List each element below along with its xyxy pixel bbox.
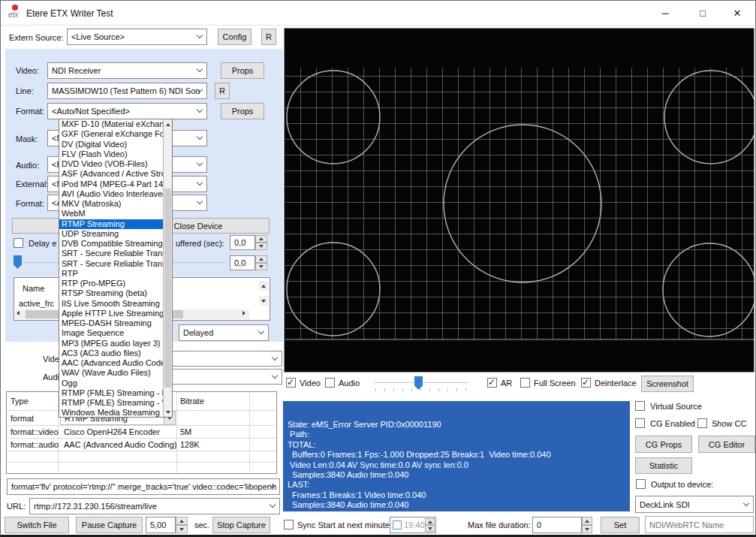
table-cell[interactable]: format: [11, 414, 34, 423]
maximize-button[interactable]: □: [685, 1, 720, 26]
format-option[interactable]: Windows Media Streaming: [59, 408, 163, 417]
format-option[interactable]: RTMP Streaming: [59, 219, 163, 229]
format-option[interactable]: iPod MP4 (MPEG-4 Part 14): [59, 180, 163, 189]
delayed-select[interactable]: Delayed: [179, 324, 269, 341]
spin-up-icon[interactable]: [255, 255, 267, 263]
buffered-value-field[interactable]: 0,0: [230, 235, 255, 250]
format-option[interactable]: AVI (Audio Video Interleaved: [59, 189, 163, 199]
format-option[interactable]: DV (Digital Video): [59, 140, 163, 149]
format-option[interactable]: AC3 (AC3 audio files): [59, 348, 163, 358]
show-cc-checkbox[interactable]: [697, 418, 707, 428]
format-option[interactable]: WebM: [59, 209, 163, 219]
time-checkbox[interactable]: [393, 520, 402, 529]
tracks-row[interactable]: active_frc: [19, 299, 54, 308]
scroll-left-icon[interactable]: [16, 312, 20, 315]
format-option[interactable]: MKV (Matroska): [59, 199, 163, 209]
spin-up-icon[interactable]: [176, 517, 188, 525]
format-option[interactable]: WAV (Wave Audio Files): [59, 368, 163, 378]
format-option[interactable]: RTSP Streaming (beta): [59, 288, 163, 298]
scroll-up-icon[interactable]: [164, 119, 172, 129]
sync-start-checkbox[interactable]: [284, 520, 294, 529]
close-button[interactable]: ✕: [720, 1, 754, 26]
spin-up-icon[interactable]: [425, 518, 435, 525]
minimize-button[interactable]: ─: [648, 1, 682, 26]
delay-checkbox[interactable]: [14, 238, 23, 248]
format-option[interactable]: SRT - Secure Reliable Trans: [59, 249, 163, 258]
format-option[interactable]: RTP (Pro-MPEG): [59, 279, 163, 288]
format-option[interactable]: MP3 (MPEG audio layer 3): [59, 339, 163, 348]
interval-spinner[interactable]: [176, 517, 188, 533]
fullscreen-checkbox[interactable]: [520, 378, 530, 388]
table-cell[interactable]: AAC (Advanced Audio Coding): [64, 440, 176, 449]
line-r-button[interactable]: R: [215, 83, 230, 99]
device-select[interactable]: DeckLink SDI: [635, 496, 754, 513]
format-option[interactable]: AAC (Advanced Audio Codec: [59, 358, 163, 368]
format-option[interactable]: IIS Live Smooth Streaming: [59, 299, 163, 309]
scrollbar-thumb[interactable]: [164, 189, 171, 388]
format-option[interactable]: SRT - Secure Reliable Trans: [59, 259, 163, 269]
stop-capture-button[interactable]: Stop Capture: [212, 517, 270, 533]
video-preview[interactable]: [284, 28, 754, 373]
scroll-up-icon[interactable]: [259, 281, 268, 291]
format-option[interactable]: Image Sequence: [59, 328, 163, 338]
format-option[interactable]: MXF D-10 (Material eXchang: [59, 119, 163, 129]
interval-value-field[interactable]: 5,00: [146, 517, 176, 533]
screenshot-button[interactable]: Screenshot: [641, 376, 694, 392]
ndi-name-input[interactable]: [645, 516, 754, 533]
time-picker[interactable]: 19:40:4: [390, 517, 436, 533]
format-option[interactable]: GXF (General eXchange For: [59, 129, 163, 139]
scroll-down-icon[interactable]: [164, 407, 172, 417]
format-option[interactable]: RTMP (FMLE) Streaming - VI: [59, 398, 163, 408]
dropdown-scrollbar[interactable]: [163, 119, 172, 417]
video-props-button[interactable]: Props: [221, 62, 264, 79]
ar-checkbox[interactable]: [487, 378, 497, 388]
scroll-down-icon[interactable]: [259, 296, 268, 306]
line-select[interactable]: MASSIMOW10 (Test Pattern 6) NDI Sou: [47, 83, 207, 99]
tracks-vscrollbar[interactable]: [259, 281, 268, 306]
spin-down-icon[interactable]: [582, 525, 592, 533]
format-option[interactable]: Apple HTTP Live Streaming: [59, 309, 163, 318]
audio-checkbox[interactable]: [325, 378, 335, 388]
virtual-source-checkbox[interactable]: [635, 401, 645, 411]
extern-source-select[interactable]: <Live Source>: [67, 29, 207, 45]
pause-capture-button[interactable]: Pause Capture: [76, 517, 143, 533]
cg-editor-button[interactable]: CG Editor: [698, 436, 755, 453]
table-cell[interactable]: 5M: [180, 427, 191, 436]
deinterlace-checkbox[interactable]: [581, 378, 591, 388]
format-option[interactable]: UDP Streaming: [59, 229, 163, 239]
table-cell[interactable]: format::video: [11, 427, 59, 436]
spin-down-icon[interactable]: [255, 243, 267, 250]
format-option[interactable]: DVB Compatible Streaming: [59, 239, 163, 249]
format-option[interactable]: Ogg: [59, 379, 163, 388]
cg-enabled-checkbox[interactable]: [635, 418, 645, 428]
time-spinner[interactable]: [425, 518, 435, 532]
format-props-button[interactable]: Props: [221, 103, 264, 119]
table-cell[interactable]: 128K: [180, 440, 200, 449]
format-option[interactable]: MPEG-DASH Streaming: [59, 318, 163, 328]
format-string-select[interactable]: format='flv' protocol='rtmp://'' merge_t…: [7, 478, 280, 495]
max-duration-field[interactable]: 0: [532, 517, 582, 533]
buffered-spinner[interactable]: [255, 235, 267, 250]
extern-r-button[interactable]: R: [261, 29, 276, 45]
spin-down-icon[interactable]: [176, 525, 188, 533]
video-source-select[interactable]: NDI Receiver: [47, 62, 207, 79]
scroll-right-icon[interactable]: [242, 312, 246, 315]
format-option[interactable]: RTMP (FMLE) Streaming - H: [59, 388, 163, 398]
switch-file-button[interactable]: Switch File: [5, 517, 69, 533]
table-cell[interactable]: format::audio: [11, 440, 59, 449]
set-button[interactable]: Set: [601, 517, 640, 533]
video-checkbox[interactable]: [286, 378, 296, 388]
spin-up-icon[interactable]: [582, 517, 592, 525]
format-option[interactable]: ASF (Advanced / Active Stre: [59, 169, 163, 179]
format-select[interactable]: <Auto/Not Specified>: [47, 103, 207, 119]
statistic-button[interactable]: Statistic: [635, 457, 692, 474]
buffered2-value-field[interactable]: 0,0: [230, 255, 255, 270]
url-select[interactable]: rtmp://172.31.230.156/stream/live: [29, 498, 280, 514]
cg-props-button[interactable]: CG Props: [635, 436, 692, 453]
format-option[interactable]: RTP: [59, 269, 163, 279]
max-duration-spinner[interactable]: [582, 517, 592, 533]
format-option[interactable]: FLV (Flash Video): [59, 149, 163, 159]
buffered2-spinner[interactable]: [255, 255, 267, 270]
table-cell[interactable]: Cisco OpenH264 Encoder: [64, 427, 160, 436]
spin-up-icon[interactable]: [255, 235, 267, 243]
